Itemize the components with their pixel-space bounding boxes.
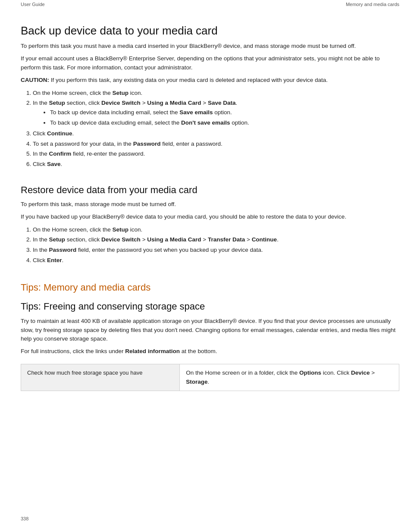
backup-step-3: Click Continue. <box>33 129 399 138</box>
backup-para1: To perform this task you must have a med… <box>21 42 399 51</box>
table-col1: Check how much free storage space you ha… <box>21 364 180 391</box>
backup-step-5: In the Confirm field, re-enter the passw… <box>33 149 399 159</box>
backup-heading: Back up device data to your media card <box>21 24 399 38</box>
restore-heading: Restore device data from your media card <box>21 185 399 196</box>
restore-step-2: In the Setup section, click Device Switc… <box>33 235 399 244</box>
tips-freeing-para2: For full instructions, click the links u… <box>21 347 399 356</box>
backup-subitem-2: To back up device data excluding email, … <box>50 118 399 128</box>
backup-para2: If your email account uses a BlackBerry®… <box>21 54 399 72</box>
restore-step-3: In the Password field, enter the passwor… <box>33 245 399 255</box>
backup-steps: On the Home screen, click the Setup icon… <box>33 88 399 169</box>
header: User Guide Memory and media cards <box>21 0 399 9</box>
tips-main-section: Tips: Memory and media cards <box>21 282 399 293</box>
header-right: Memory and media cards <box>346 2 399 7</box>
page-number: 338 <box>21 516 28 521</box>
backup-subitems: To back up device data including email, … <box>50 108 399 127</box>
tips-table: Check how much free storage space you ha… <box>21 364 399 391</box>
backup-step-1: On the Home screen, click the Setup icon… <box>33 88 399 98</box>
restore-step-4: Click Enter. <box>33 256 399 265</box>
tips-freeing-para1: Try to maintain at least 400 KB of avail… <box>21 317 399 344</box>
tips-freeing-heading: Tips: Freeing and conserving storage spa… <box>21 301 399 312</box>
backup-step-6: Click Save. <box>33 160 399 169</box>
tips-main-heading: Tips: Memory and media cards <box>21 282 399 293</box>
table-row: Check how much free storage space you ha… <box>21 364 399 391</box>
backup-subitem-1: To back up device data including email, … <box>50 108 399 117</box>
restore-steps: On the Home screen, click the Setup icon… <box>33 225 399 265</box>
restore-step-1: On the Home screen, click the Setup icon… <box>33 225 399 235</box>
table-col2: On the Home screen or in a folder, click… <box>180 364 399 391</box>
tips-freeing-section: Tips: Freeing and conserving storage spa… <box>21 301 399 391</box>
restore-para2: If you have backed up your BlackBerry® d… <box>21 213 399 222</box>
restore-para1: To perform this task, mass storage mode … <box>21 200 399 209</box>
backup-caution: CAUTION: If you perform this task, any e… <box>21 76 399 85</box>
backup-section: Back up device data to your media card T… <box>21 24 399 169</box>
backup-step-2: In the Setup section, click Device Switc… <box>33 98 399 127</box>
restore-section: Restore device data from your media card… <box>21 185 399 265</box>
header-left: User Guide <box>21 2 45 7</box>
backup-step-4: To set a password for your data, in the … <box>33 139 399 149</box>
